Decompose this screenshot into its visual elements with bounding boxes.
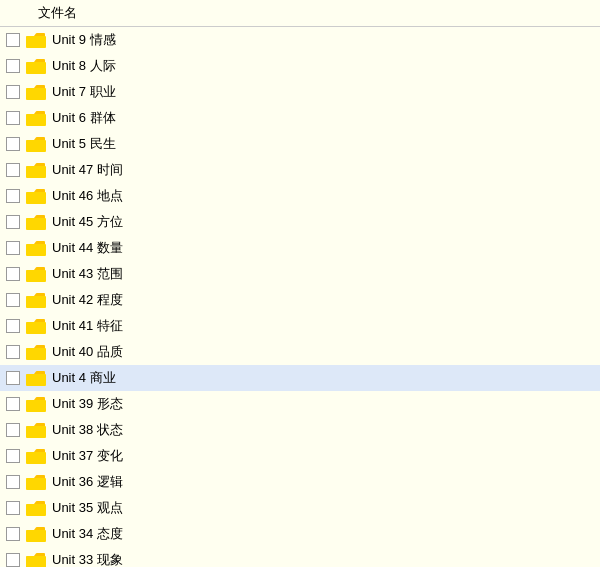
list-item[interactable]: Unit 8 人际 (0, 53, 600, 79)
list-item[interactable]: Unit 6 群体 (0, 105, 600, 131)
row-checkbox[interactable] (6, 33, 20, 47)
svg-rect-10 (26, 296, 46, 308)
folder-icon (26, 396, 46, 412)
file-name: Unit 41 特征 (52, 317, 123, 335)
list-item[interactable]: Unit 34 态度 (0, 521, 600, 547)
row-checkbox[interactable] (6, 319, 20, 333)
svg-rect-6 (26, 192, 46, 204)
list-item[interactable]: Unit 4 商业 (0, 365, 600, 391)
folder-icon (26, 292, 46, 308)
svg-rect-18 (26, 504, 46, 516)
row-checkbox[interactable] (6, 449, 20, 463)
file-name: Unit 6 群体 (52, 109, 116, 127)
svg-rect-12 (26, 348, 46, 360)
row-checkbox[interactable] (6, 111, 20, 125)
file-name: Unit 7 职业 (52, 83, 116, 101)
row-checkbox[interactable] (6, 189, 20, 203)
folder-icon (26, 448, 46, 464)
row-checkbox[interactable] (6, 553, 20, 567)
row-checkbox[interactable] (6, 267, 20, 281)
list-item[interactable]: Unit 45 方位 (0, 209, 600, 235)
svg-rect-2 (26, 88, 46, 100)
folder-icon (26, 110, 46, 126)
list-item[interactable]: Unit 9 情感 (0, 27, 600, 53)
file-name: Unit 44 数量 (52, 239, 123, 257)
folder-icon (26, 188, 46, 204)
svg-rect-0 (26, 36, 46, 48)
row-checkbox[interactable] (6, 215, 20, 229)
svg-rect-4 (26, 140, 46, 152)
row-checkbox[interactable] (6, 501, 20, 515)
list-item[interactable]: Unit 47 时间 (0, 157, 600, 183)
list-item[interactable]: Unit 38 状态 (0, 417, 600, 443)
svg-rect-19 (26, 530, 46, 542)
row-checkbox[interactable] (6, 345, 20, 359)
folder-icon (26, 136, 46, 152)
list-item[interactable]: Unit 35 观点 (0, 495, 600, 521)
folder-icon (26, 344, 46, 360)
folder-icon (26, 318, 46, 334)
svg-rect-16 (26, 452, 46, 464)
folder-icon (26, 162, 46, 178)
list-item[interactable]: Unit 7 职业 (0, 79, 600, 105)
file-name: Unit 37 变化 (52, 447, 123, 465)
row-checkbox[interactable] (6, 85, 20, 99)
svg-rect-11 (26, 322, 46, 334)
list-item[interactable]: Unit 37 变化 (0, 443, 600, 469)
row-checkbox[interactable] (6, 163, 20, 177)
file-name: Unit 34 态度 (52, 525, 123, 543)
list-item[interactable]: Unit 42 程度 (0, 287, 600, 313)
file-name: Unit 33 现象 (52, 551, 123, 567)
row-checkbox[interactable] (6, 423, 20, 437)
file-name: Unit 47 时间 (52, 161, 123, 179)
row-checkbox[interactable] (6, 293, 20, 307)
file-list: 文件名 Unit 9 情感 Unit 8 人际 Unit 7 职业 Unit 6… (0, 0, 600, 567)
svg-rect-7 (26, 218, 46, 230)
file-name: Unit 36 逻辑 (52, 473, 123, 491)
folder-icon (26, 58, 46, 74)
svg-rect-8 (26, 244, 46, 256)
svg-rect-17 (26, 478, 46, 490)
row-checkbox[interactable] (6, 475, 20, 489)
folder-icon (26, 370, 46, 386)
header-row: 文件名 (0, 0, 600, 27)
svg-rect-9 (26, 270, 46, 282)
svg-rect-20 (26, 556, 46, 567)
row-checkbox[interactable] (6, 137, 20, 151)
row-checkbox[interactable] (6, 241, 20, 255)
folder-icon (26, 552, 46, 567)
column-header: 文件名 (38, 4, 77, 22)
file-name: Unit 38 状态 (52, 421, 123, 439)
folder-icon (26, 422, 46, 438)
list-item[interactable]: Unit 41 特征 (0, 313, 600, 339)
folder-icon (26, 474, 46, 490)
list-item[interactable]: Unit 39 形态 (0, 391, 600, 417)
svg-rect-3 (26, 114, 46, 126)
file-name: Unit 46 地点 (52, 187, 123, 205)
list-item[interactable]: Unit 46 地点 (0, 183, 600, 209)
list-item[interactable]: Unit 33 现象 (0, 547, 600, 567)
svg-rect-14 (26, 400, 46, 412)
row-checkbox[interactable] (6, 527, 20, 541)
file-name: Unit 43 范围 (52, 265, 123, 283)
list-item[interactable]: Unit 43 范围 (0, 261, 600, 287)
row-checkbox[interactable] (6, 371, 20, 385)
list-item[interactable]: Unit 36 逻辑 (0, 469, 600, 495)
svg-rect-13 (26, 374, 46, 386)
row-checkbox[interactable] (6, 397, 20, 411)
folder-icon (26, 240, 46, 256)
file-name: Unit 40 品质 (52, 343, 123, 361)
file-name: Unit 35 观点 (52, 499, 123, 517)
list-item[interactable]: Unit 5 民生 (0, 131, 600, 157)
list-item[interactable]: Unit 44 数量 (0, 235, 600, 261)
file-name: Unit 39 形态 (52, 395, 123, 413)
folder-icon (26, 32, 46, 48)
folder-icon (26, 526, 46, 542)
file-name: Unit 9 情感 (52, 31, 116, 49)
svg-rect-1 (26, 62, 46, 74)
file-name: Unit 45 方位 (52, 213, 123, 231)
list-item[interactable]: Unit 40 品质 (0, 339, 600, 365)
svg-rect-5 (26, 166, 46, 178)
rows-container: Unit 9 情感 Unit 8 人际 Unit 7 职业 Unit 6 群体 … (0, 27, 600, 567)
row-checkbox[interactable] (6, 59, 20, 73)
